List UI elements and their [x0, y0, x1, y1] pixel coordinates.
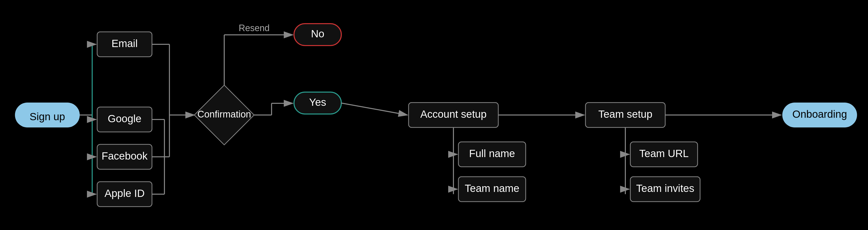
svg-text:Email: Email — [112, 38, 137, 49]
svg-text:Sign up: Sign up — [30, 111, 65, 123]
svg-text:Apple ID: Apple ID — [104, 188, 145, 199]
flowchart-svg: Sign up Email Google Facebook Apple ID C… — [0, 0, 868, 230]
svg-text:Team name: Team name — [465, 183, 519, 194]
svg-line-40 — [341, 103, 407, 115]
svg-text:No: No — [311, 28, 324, 40]
svg-text:Onboarding: Onboarding — [792, 108, 847, 120]
svg-text:Google: Google — [107, 113, 141, 125]
svg-text:Full name: Full name — [469, 147, 515, 159]
flowchart-diagram: Sign up Email Google Facebook Apple ID C… — [0, 0, 868, 230]
svg-text:Team invites: Team invites — [636, 183, 694, 194]
svg-text:Confirmation: Confirmation — [197, 109, 251, 120]
svg-text:Facebook: Facebook — [102, 150, 148, 162]
svg-text:Team setup: Team setup — [598, 108, 652, 120]
svg-text:Yes: Yes — [309, 96, 327, 108]
svg-text:Resend: Resend — [239, 23, 270, 33]
svg-text:Account setup: Account setup — [420, 108, 487, 120]
svg-text:Team URL: Team URL — [639, 147, 689, 159]
